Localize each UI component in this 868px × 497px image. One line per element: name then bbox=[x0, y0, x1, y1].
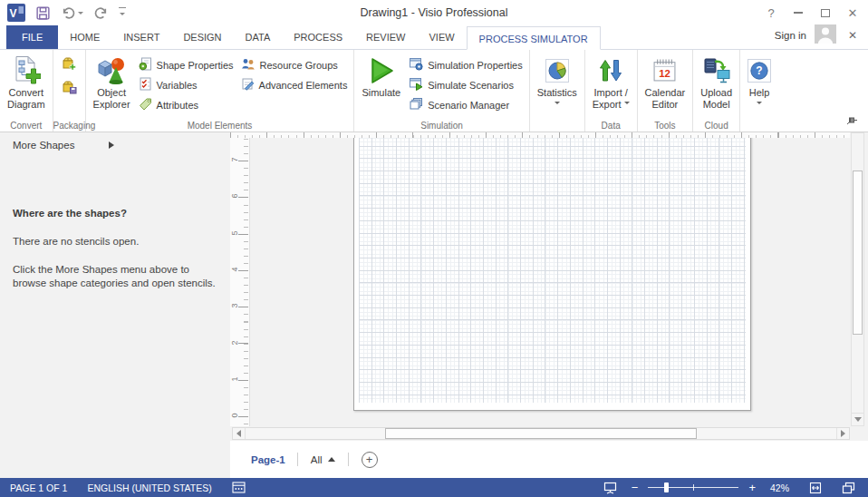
vertical-scrollbar[interactable] bbox=[851, 132, 864, 426]
zoom-level[interactable]: 42% bbox=[760, 478, 799, 497]
horizontal-scrollbar-thumb[interactable] bbox=[385, 428, 697, 439]
tab-process-simulator[interactable]: PROCESS SIMULATOR bbox=[467, 26, 601, 50]
import-export-icon bbox=[597, 54, 624, 87]
simulation-properties-button[interactable]: Simulation Properties bbox=[405, 55, 526, 74]
item-label: Shape Properties bbox=[157, 60, 234, 71]
tab-file[interactable]: FILE bbox=[6, 25, 58, 49]
redo-icon[interactable] bbox=[93, 5, 109, 21]
visio-app-icon[interactable]: V bbox=[7, 4, 25, 22]
pin-ribbon-icon[interactable] bbox=[846, 115, 857, 128]
tab-insert[interactable]: INSERT bbox=[111, 25, 171, 49]
tab-review[interactable]: REVIEW bbox=[354, 25, 417, 49]
customize-qat-icon[interactable] bbox=[119, 7, 126, 19]
window-title: Drawing1 - Visio Professional bbox=[0, 0, 868, 25]
shape-properties-button[interactable]: Shape Properties bbox=[135, 55, 237, 74]
tab-view[interactable]: VIEW bbox=[417, 25, 466, 49]
close-button[interactable]: ✕ bbox=[839, 1, 866, 24]
quick-access-toolbar: V bbox=[7, 3, 126, 23]
arrow-right-icon bbox=[841, 430, 849, 437]
object-explorer-button[interactable]: Object Explorer bbox=[89, 53, 135, 111]
button-label: Export bbox=[593, 99, 630, 111]
zoom-slider-midpoint bbox=[693, 484, 694, 491]
all-pages-label: All bbox=[311, 454, 323, 465]
advanced-elements-icon bbox=[241, 77, 255, 93]
maximize-button[interactable] bbox=[812, 1, 839, 24]
item-label: Simulate Scenarios bbox=[428, 80, 514, 91]
horizontal-scrollbar[interactable] bbox=[232, 427, 850, 440]
presentation-mode-icon[interactable] bbox=[593, 478, 627, 497]
all-pages-dropdown[interactable]: All bbox=[298, 453, 348, 465]
tab-home[interactable]: HOME bbox=[58, 25, 111, 49]
help-window-button[interactable]: ? bbox=[757, 1, 785, 24]
advanced-elements-button[interactable]: Advanced Elements bbox=[237, 75, 352, 94]
item-label: Variables bbox=[157, 80, 198, 91]
group-label-convert: Convert bbox=[0, 121, 53, 131]
tab-process[interactable]: PROCESS bbox=[282, 25, 354, 49]
import-export-button[interactable]: Import / Export bbox=[588, 53, 634, 111]
svg-text:?: ? bbox=[756, 64, 762, 77]
sign-in-link[interactable]: Sign in bbox=[775, 30, 806, 41]
simulate-button[interactable]: Simulate bbox=[357, 53, 405, 100]
group-label-cloud: Cloud bbox=[693, 121, 739, 131]
tab-design[interactable]: DESIGN bbox=[171, 25, 233, 49]
button-label: Calendar bbox=[645, 87, 686, 99]
group-label-packaging: Packaging bbox=[53, 121, 85, 131]
svg-text:V: V bbox=[10, 7, 17, 20]
add-page-icon: + bbox=[366, 453, 373, 465]
shapes-help-line2: Click the More Shapes menu above to brow… bbox=[13, 263, 217, 290]
svg-text:12: 12 bbox=[660, 68, 671, 79]
simulate-scenarios-button[interactable]: Simulate Scenarios bbox=[405, 75, 526, 94]
macro-record-icon[interactable] bbox=[222, 478, 256, 497]
variables-button[interactable]: Variables bbox=[135, 75, 237, 94]
item-label: Scenario Manager bbox=[428, 100, 509, 111]
button-label: Model bbox=[703, 99, 730, 111]
resource-groups-button[interactable]: Resource Groups bbox=[237, 55, 352, 74]
attributes-button[interactable]: Attributes bbox=[135, 95, 237, 114]
fit-page-icon[interactable] bbox=[799, 478, 832, 497]
page-indicator[interactable]: PAGE 1 OF 1 bbox=[0, 478, 77, 497]
canvas-background[interactable] bbox=[250, 138, 850, 426]
minimize-button[interactable] bbox=[785, 1, 812, 24]
zoom-slider-thumb[interactable] bbox=[664, 482, 669, 492]
resource-groups-icon bbox=[241, 57, 256, 73]
page-tab-page-1[interactable]: Page-1 bbox=[239, 454, 297, 465]
ribbon-tab-bar: FILE HOME INSERT DESIGN DATA PROCESS REV… bbox=[0, 25, 868, 50]
avatar[interactable] bbox=[815, 24, 836, 46]
convert-diagram-button[interactable]: Convert Diagram bbox=[3, 53, 50, 111]
add-page-button[interactable]: + bbox=[362, 452, 378, 468]
save-icon[interactable] bbox=[35, 5, 51, 21]
arrow-down-icon bbox=[854, 417, 862, 425]
vertical-ruler: 7 6 5 4 3 2 1 0 bbox=[230, 138, 250, 426]
group-label-model-elements: Model Elements bbox=[86, 121, 354, 131]
upload-model-button[interactable]: Upload Model bbox=[696, 53, 737, 111]
package-add-icon[interactable] bbox=[62, 56, 77, 73]
zoom-out-button[interactable]: − bbox=[627, 481, 643, 494]
undo-button[interactable] bbox=[61, 5, 83, 21]
page-grid bbox=[359, 138, 746, 403]
package-save-icon[interactable] bbox=[62, 80, 77, 97]
more-shapes-menu[interactable]: More Shapes bbox=[0, 132, 230, 151]
vertical-scrollbar-thumb[interactable] bbox=[853, 171, 863, 335]
tab-data[interactable]: DATA bbox=[234, 25, 283, 49]
close-document-button[interactable]: ✕ bbox=[844, 29, 861, 42]
ribbon-group-statistics: Statistics bbox=[530, 50, 585, 132]
variables-icon bbox=[139, 77, 152, 93]
scroll-down-button[interactable] bbox=[852, 413, 863, 425]
calendar-editor-button[interactable]: 12 Calendar Editor bbox=[641, 53, 690, 111]
language-indicator[interactable]: ENGLISH (UNITED STATES) bbox=[77, 478, 221, 497]
help-button[interactable]: ? Help bbox=[743, 53, 776, 108]
shapes-help-line1: There are no stencils open. bbox=[13, 235, 217, 248]
scenario-manager-button[interactable]: Scenario Manager bbox=[405, 95, 526, 114]
scroll-left-button[interactable] bbox=[233, 428, 246, 439]
scroll-right-button[interactable] bbox=[836, 428, 849, 439]
undo-dropdown-caret[interactable] bbox=[78, 12, 83, 17]
zoom-in-button[interactable]: + bbox=[744, 481, 760, 494]
button-label: Upload bbox=[700, 87, 732, 99]
zoom-slider[interactable] bbox=[648, 478, 738, 497]
account-area: Sign in ✕ bbox=[775, 24, 868, 49]
switch-windows-icon[interactable] bbox=[832, 478, 868, 497]
statistics-button[interactable]: Statistics bbox=[533, 53, 582, 108]
drawing-page[interactable] bbox=[353, 138, 751, 411]
ribbon-group-convert: Convert Diagram Convert bbox=[0, 50, 53, 132]
more-shapes-label: More Shapes bbox=[13, 140, 74, 151]
